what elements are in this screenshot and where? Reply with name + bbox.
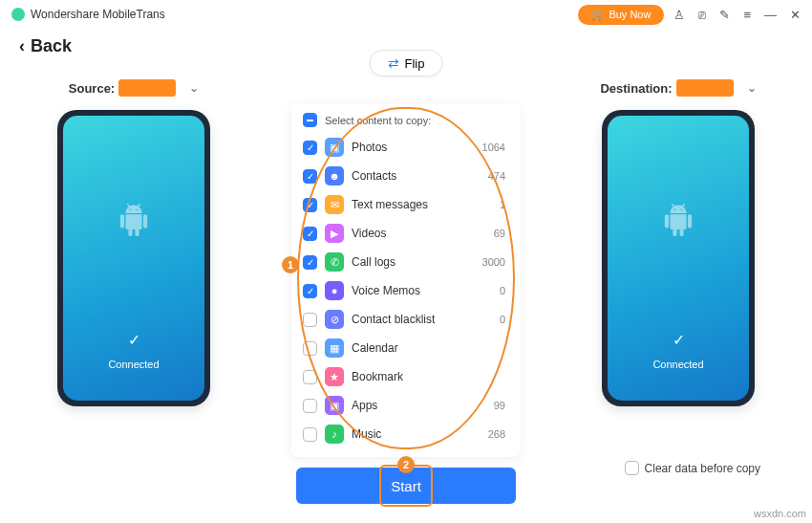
annotation-badge-1: 1	[282, 256, 299, 273]
content-item[interactable]: ▦Calendar	[303, 334, 509, 362]
back-label: Back	[31, 36, 72, 56]
annotation-badge-2: 2	[397, 456, 415, 473]
item-checkbox[interactable]	[303, 427, 317, 442]
item-type-icon: ✉	[325, 195, 344, 214]
item-label: Bookmark	[352, 370, 403, 383]
app-title: Wondershare MobileTrans	[31, 8, 165, 21]
item-label: Text messages	[352, 198, 428, 211]
source-label: Source:	[69, 81, 115, 96]
item-label: Calendar	[352, 341, 398, 355]
clear-data-checkbox[interactable]	[625, 461, 639, 475]
flip-label: Flip	[405, 56, 425, 71]
check-icon: ✓	[128, 331, 140, 349]
item-type-icon: ▣	[325, 138, 344, 157]
chevron-down-icon: ⌄	[747, 81, 757, 95]
item-label: Photos	[352, 141, 387, 154]
item-type-icon: ✆	[325, 252, 344, 272]
watermark: wsxdn.com	[754, 508, 806, 519]
item-checkbox[interactable]	[303, 255, 317, 270]
select-all-checkbox[interactable]	[303, 113, 317, 127]
content-item[interactable]: ▣Apps99	[303, 391, 509, 420]
item-type-icon: ☻	[325, 166, 344, 185]
item-count: 3000	[482, 256, 509, 268]
item-label: Videos	[352, 227, 386, 240]
item-count: 268	[488, 428, 509, 440]
content-item[interactable]: ♪Music268	[303, 420, 509, 448]
android-icon	[118, 204, 150, 236]
destination-column: Destination: ⌄ ✓ Connected	[583, 79, 774, 406]
item-type-icon: ▣	[325, 396, 344, 415]
item-checkbox[interactable]	[303, 370, 317, 384]
buy-now-button[interactable]: 🛒 Buy Now	[578, 5, 664, 25]
window-controls: ♙ ⎚ ✎ ≡ — ✕	[673, 8, 801, 22]
flip-button[interactable]: ⇄ Flip	[370, 50, 443, 76]
destination-device-name	[676, 79, 734, 97]
minimize-icon[interactable]: —	[764, 8, 777, 22]
item-count: 99	[494, 400, 509, 411]
titlebar: Wondershare MobileTrans 🛒 Buy Now ♙ ⎚ ✎ …	[0, 0, 812, 29]
content-panel: 1 Select content to copy: ▣Photos1064☻Co…	[291, 103, 521, 457]
content-item[interactable]: ★Bookmark	[303, 362, 509, 391]
feedback-icon[interactable]: ⎚	[698, 8, 706, 22]
item-count: 0	[500, 285, 509, 296]
select-header-label: Select content to copy:	[325, 115, 431, 126]
chevron-down-icon: ⌄	[189, 81, 199, 95]
item-label: Contact blacklist	[352, 313, 435, 326]
edit-icon[interactable]: ✎	[719, 8, 730, 22]
content-item[interactable]: ▶Videos69	[303, 219, 509, 248]
destination-label: Destination:	[600, 81, 672, 96]
source-phone: ✓ Connected	[57, 110, 210, 406]
item-checkbox[interactable]	[303, 169, 317, 184]
item-checkbox[interactable]	[303, 227, 317, 241]
item-label: Call logs	[352, 255, 395, 269]
content-item[interactable]: ✉Text messages1	[303, 190, 509, 219]
item-count: 474	[488, 170, 509, 182]
destination-phone: ✓ Connected	[602, 110, 755, 406]
item-count: 1	[500, 199, 509, 210]
item-type-icon: ▶	[325, 224, 344, 243]
content-item[interactable]: ▣Photos1064	[303, 133, 509, 162]
content-item[interactable]: ✆Call logs3000	[303, 248, 509, 276]
source-device-name	[118, 79, 176, 97]
buy-now-label: Buy Now	[609, 9, 651, 20]
user-icon[interactable]: ♙	[673, 8, 685, 22]
item-checkbox[interactable]	[303, 198, 317, 212]
check-icon: ✓	[673, 331, 685, 349]
item-label: Contacts	[352, 169, 396, 183]
menu-icon[interactable]: ≡	[743, 8, 751, 22]
destination-status: Connected	[652, 359, 703, 370]
item-label: Apps	[352, 399, 377, 412]
chevron-left-icon: ‹	[19, 36, 25, 56]
item-checkbox[interactable]	[303, 399, 317, 413]
content-item[interactable]: ⊘Contact blacklist0	[303, 305, 509, 334]
clear-data-option[interactable]: Clear data before copy	[625, 461, 760, 475]
android-icon	[662, 204, 694, 236]
item-count: 69	[494, 228, 509, 239]
item-label: Voice Memos	[352, 284, 420, 297]
close-icon[interactable]: ✕	[790, 8, 801, 22]
destination-selector[interactable]: Destination: ⌄	[583, 79, 774, 97]
item-count: 0	[500, 314, 509, 325]
item-checkbox[interactable]	[303, 284, 317, 298]
source-status: Connected	[108, 359, 159, 370]
item-type-icon: ♪	[325, 425, 344, 444]
item-type-icon: ⊘	[325, 310, 344, 329]
app-logo-icon	[11, 8, 25, 21]
item-checkbox[interactable]	[303, 141, 317, 155]
item-checkbox[interactable]	[303, 313, 317, 327]
clear-data-label: Clear data before copy	[645, 462, 760, 475]
content-item[interactable]: ☻Contacts474	[303, 162, 509, 190]
cart-icon: 🛒	[591, 9, 605, 21]
source-column: Source: ⌄ ✓ Connected	[38, 79, 229, 406]
item-type-icon: ★	[325, 367, 344, 386]
content-list[interactable]: ▣Photos1064☻Contacts474✉Text messages1▶V…	[303, 133, 509, 448]
content-item[interactable]: ●Voice Memos0	[303, 276, 509, 305]
swap-icon: ⇄	[388, 55, 399, 71]
source-selector[interactable]: Source: ⌄	[38, 79, 229, 97]
start-label: Start	[391, 478, 421, 494]
item-checkbox[interactable]	[303, 341, 317, 356]
item-count: 1064	[482, 142, 509, 153]
item-label: Music	[352, 427, 381, 441]
item-type-icon: ●	[325, 281, 344, 300]
back-button[interactable]: ‹ Back	[19, 36, 72, 56]
